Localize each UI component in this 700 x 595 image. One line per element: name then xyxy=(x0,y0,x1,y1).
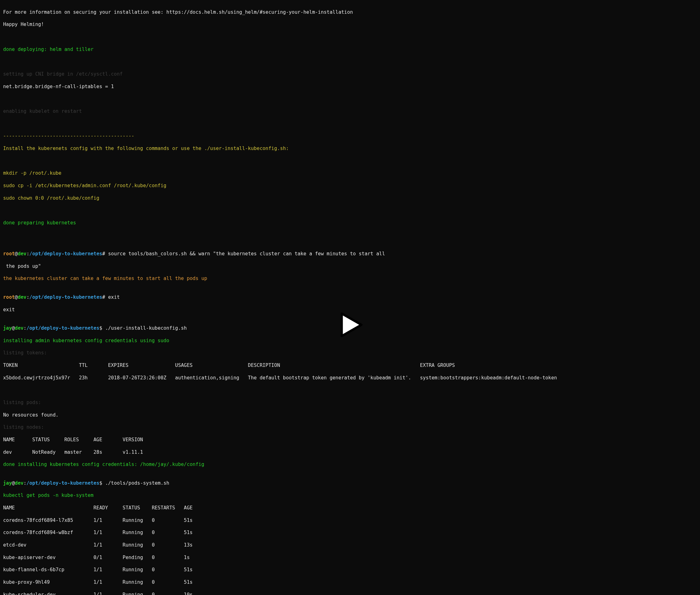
blank-line xyxy=(3,158,697,164)
prompt-path: /opt/deploy-to-kubernetes xyxy=(27,325,99,331)
nodes-row: dev NotReady master 28s v1.11.1 xyxy=(3,449,697,456)
enable-kubelet-line: enabling kubelet on restart xyxy=(3,108,697,115)
listing-pods-line: listing pods: xyxy=(3,400,697,406)
nodes-header: NAME STATUS ROLES AGE VERSION xyxy=(3,437,697,443)
prompt-root-warn: root@dev:/opt/deploy-to-kubernetes# sour… xyxy=(3,251,697,257)
warn-output: the kubernetes cluster can take a few mi… xyxy=(3,276,697,282)
blank-line xyxy=(3,59,697,65)
blank-line xyxy=(3,121,697,127)
prompt-user-pods: jay@dev:/opt/deploy-to-kubernetes$ ./too… xyxy=(3,480,697,487)
user-install-command: ./user-install-kubeconfig.sh xyxy=(105,325,187,331)
prompt-at: @ xyxy=(15,294,18,300)
cmd3-line: sudo chown 0:0 /root/.kube/config xyxy=(3,195,697,202)
cni-setting-line: setting up CNI bridge in /etc/sysctl.con… xyxy=(3,71,697,78)
prompt-user: root xyxy=(3,294,15,300)
prompt-suffix: $ xyxy=(99,325,105,331)
done-install-line: done installing kubernetes config creden… xyxy=(3,461,697,468)
table-row: coredns-78fcdf6894-l7x85 1/1 Running 0 5… xyxy=(3,517,697,524)
prompt-user: jay xyxy=(3,325,12,331)
table-row: etcd-dev 1/1 Running 0 13s xyxy=(3,542,697,548)
prompt-user: root xyxy=(3,251,15,257)
prompt-host: dev xyxy=(18,294,27,300)
prompt-path: /opt/deploy-to-kubernetes xyxy=(29,251,102,257)
prompt-at: @ xyxy=(12,480,15,486)
pods-system-command: ./tools/pods-system.sh xyxy=(105,480,169,486)
prompt-host: dev xyxy=(15,325,23,331)
cni-val-line: net.bridge.bridge-nf-call-iptables = 1 xyxy=(3,84,697,90)
terminal-output: For more information on securing your in… xyxy=(0,0,700,595)
prompt-at: @ xyxy=(15,251,18,257)
blank-line xyxy=(3,96,697,102)
prompt-host: dev xyxy=(18,251,27,257)
no-resources-line: No resources found. xyxy=(3,412,697,419)
happy-line: Happy Helming! xyxy=(3,22,697,28)
table-row: kube-flannel-ds-6b7cp 1/1 Running 0 51s xyxy=(3,567,697,573)
blank-line xyxy=(3,207,697,214)
prompt-at: @ xyxy=(12,325,15,331)
token-header: TOKEN TTL EXPIRES USAGES DESCRIPTION EXT… xyxy=(3,363,697,369)
exit-command: exit xyxy=(108,294,120,300)
play-button[interactable] xyxy=(336,298,364,351)
blank-line xyxy=(3,232,697,239)
prompt-colon: : xyxy=(23,325,26,331)
prompt-colon: : xyxy=(27,294,29,300)
cmd1-line: mkdir -p /root/.kube xyxy=(3,170,697,176)
helm-info-line: For more information on securing your in… xyxy=(3,9,697,16)
svg-marker-0 xyxy=(342,313,361,336)
play-icon xyxy=(336,311,364,339)
prompt-suffix: # xyxy=(102,251,108,257)
table-row: coredns-78fcdf6894-w8bzf 1/1 Running 0 5… xyxy=(3,530,697,536)
blank-line xyxy=(3,34,697,40)
install-intro-line: Install the kuberenets config with the f… xyxy=(3,146,697,152)
blank-line xyxy=(3,387,697,393)
table-row: kube-apiserver-dev 0/1 Pending 0 1s xyxy=(3,555,697,561)
table-row: kube-proxy-9hl49 1/1 Running 0 51s xyxy=(3,579,697,586)
kubectl-get-line: kubectl get pods -n kube-system xyxy=(3,492,697,499)
cmd2-line: sudo cp -i /etc/kubernetes/admin.conf /r… xyxy=(3,183,697,189)
prompt-colon: : xyxy=(27,251,29,257)
done-helm-line: done deploying: helm and tiller xyxy=(3,47,697,53)
prompt-suffix: $ xyxy=(99,480,105,486)
table-row: kube-scheduler-dev 1/1 Running 0 10s xyxy=(3,592,697,595)
prompt-suffix: # xyxy=(102,294,108,300)
warn-command-cont: the pods up" xyxy=(3,263,697,270)
prompt-colon: : xyxy=(23,480,26,486)
token-row: x5bdod.cewjrtrzo4j5x97r 23h 2018-07-26T2… xyxy=(3,375,697,381)
prompt-path: /opt/deploy-to-kubernetes xyxy=(29,294,102,300)
dashes-line: ----------------------------------------… xyxy=(3,133,697,139)
prompt-host: dev xyxy=(15,480,23,486)
warn-command: source tools/bash_colors.sh && warn "the… xyxy=(108,251,385,257)
done-prep-line: done preparing kubernetes xyxy=(3,220,697,226)
pods-header: NAME READY STATUS RESTARTS AGE xyxy=(3,505,697,511)
prompt-path: /opt/deploy-to-kubernetes xyxy=(27,480,99,486)
listing-nodes-line: listing nodes: xyxy=(3,424,697,431)
prompt-user: jay xyxy=(3,480,12,486)
